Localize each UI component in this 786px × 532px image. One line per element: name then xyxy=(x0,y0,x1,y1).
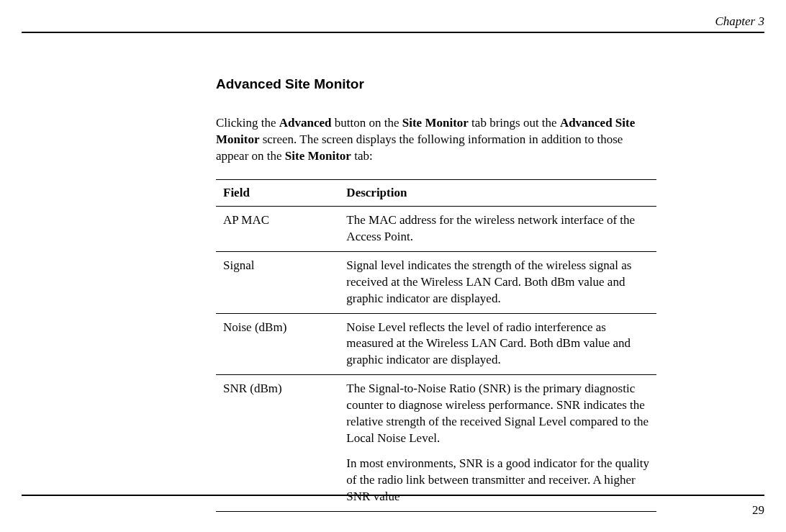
cell-description: The MAC address for the wireless network… xyxy=(339,206,656,251)
cell-description: The Signal-to-Noise Ratio (SNR) is the p… xyxy=(339,375,656,512)
intro-text: screen. The screen displays the followin… xyxy=(216,132,623,163)
table-row: Noise (dBm) Noise Level reflects the lev… xyxy=(216,313,656,375)
field-description-table: Field Description AP MAC The MAC address… xyxy=(216,179,656,512)
cell-field: AP MAC xyxy=(216,206,339,251)
footer-rule xyxy=(22,495,764,496)
intro-bold-sitemonitor2: Site Monitor xyxy=(285,149,351,163)
cell-description: Noise Level reflects the level of radio … xyxy=(339,313,656,375)
header-description: Description xyxy=(339,179,656,206)
intro-text: button on the xyxy=(332,116,402,130)
cell-field: Signal xyxy=(216,251,339,313)
intro-text: tab brings out the xyxy=(469,116,560,130)
cell-description-p2: In most environments, SNR is a good indi… xyxy=(346,456,649,503)
cell-description-p1: The Signal-to-Noise Ratio (SNR) is the p… xyxy=(346,382,649,445)
intro-text: Clicking the xyxy=(216,116,279,130)
table-row: SNR (dBm) The Signal-to-Noise Ratio (SNR… xyxy=(216,375,656,512)
intro-paragraph: Clicking the Advanced button on the Site… xyxy=(216,115,656,165)
table-row: Signal Signal level indicates the streng… xyxy=(216,251,656,313)
chapter-header: Chapter 3 xyxy=(22,14,764,33)
cell-field: Noise (dBm) xyxy=(216,313,339,375)
section-title: Advanced Site Monitor xyxy=(216,76,656,92)
cell-description: Signal level indicates the strength of t… xyxy=(339,251,656,313)
table-row: AP MAC The MAC address for the wireless … xyxy=(216,206,656,251)
intro-bold-sitemonitor: Site Monitor xyxy=(402,116,469,130)
cell-field: SNR (dBm) xyxy=(216,375,339,512)
header-field: Field xyxy=(216,179,339,206)
content-area: Advanced Site Monitor Clicking the Advan… xyxy=(216,76,656,512)
intro-bold-advanced: Advanced xyxy=(279,116,332,130)
intro-text: tab: xyxy=(351,149,373,163)
table-header-row: Field Description xyxy=(216,179,656,206)
page-number: 29 xyxy=(752,503,764,518)
